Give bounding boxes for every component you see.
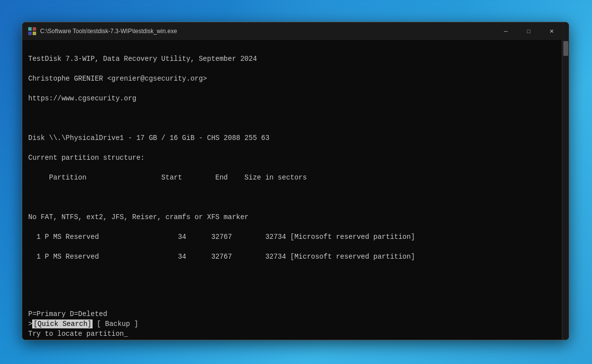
output-line-4 — [28, 113, 563, 123]
output-line-1: TestDisk 7.3-WIP, Data Recovery Utility,… — [28, 54, 563, 64]
svg-rect-1 — [33, 27, 36, 31]
action-buttons-line: >[Quick Search] [ Backup ] — [28, 319, 563, 329]
svg-rect-0 — [28, 27, 32, 31]
scrollbar-thumb[interactable] — [563, 41, 568, 56]
output-line-8 — [28, 192, 563, 202]
application-window: C:\Software Tools\testdisk-7.3-WIP\testd… — [22, 22, 569, 340]
backup-button[interactable]: [ Backup ] — [97, 320, 138, 328]
window-controls: ─ □ ✕ — [494, 22, 563, 40]
quick-search-button[interactable]: [Quick Search] — [32, 319, 93, 328]
output-line-7: Partition Start End Size in sectors — [28, 173, 563, 182]
minimize-button[interactable]: ─ — [494, 22, 517, 40]
partition-types-line: P=Primary D=Deleted — [28, 309, 563, 319]
output-line-11: 1 P MS Reserved 34 32767 32734 [Microsof… — [28, 252, 563, 262]
terminal-output: TestDisk 7.3-WIP, Data Recovery Utility,… — [28, 44, 563, 281]
cursor: _ — [124, 330, 128, 338]
footer-area: P=Primary D=Deleted >[Quick Search] [ Ba… — [22, 307, 569, 340]
status-text: Try to locate partition — [28, 330, 124, 338]
output-line-10: 1 P MS Reserved 34 32767 32734 [Microsof… — [28, 232, 563, 242]
output-line-9: No FAT, NTFS, ext2, JFS, Reiser, cramfs … — [28, 212, 563, 222]
output-line-6: Current partition structure: — [28, 153, 563, 163]
window-title: C:\Software Tools\testdisk-7.3-WIP\testd… — [40, 28, 491, 35]
svg-rect-2 — [28, 32, 32, 35]
close-button[interactable]: ✕ — [540, 22, 563, 40]
status-line: Try to locate partition_ — [28, 329, 563, 339]
output-line-3: https://www.cgsecurity.org — [28, 93, 563, 103]
svg-rect-3 — [33, 32, 36, 35]
partition-types-text: P=Primary D=Deleted — [28, 310, 107, 318]
maximize-button[interactable]: □ — [517, 22, 540, 40]
output-line-2: Christophe GRENIER <grenier@cgsecurity.o… — [28, 74, 563, 84]
scrollbar[interactable] — [562, 40, 569, 340]
output-line-5: Disk \\.\PhysicalDrive1 - 17 GB / 16 GiB… — [28, 133, 563, 143]
terminal-area: TestDisk 7.3-WIP, Data Recovery Utility,… — [22, 40, 569, 340]
app-icon — [28, 27, 36, 35]
titlebar: C:\Software Tools\testdisk-7.3-WIP\testd… — [22, 22, 569, 40]
